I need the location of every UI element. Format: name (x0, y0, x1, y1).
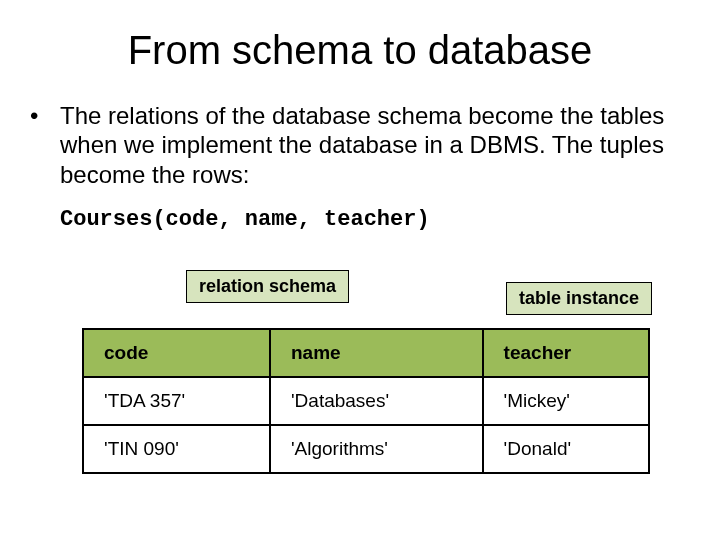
table-row: 'TDA 357' 'Databases' 'Mickey' (83, 377, 649, 425)
bullet-item: • The relations of the database schema b… (60, 101, 680, 189)
cell-name: 'Algorithms' (270, 425, 483, 473)
cell-code: 'TIN 090' (83, 425, 270, 473)
cell-teacher: 'Mickey' (483, 377, 649, 425)
col-header-teacher: teacher (483, 329, 649, 377)
table-row: 'TIN 090' 'Algorithms' 'Donald' (83, 425, 649, 473)
col-header-code: code (83, 329, 270, 377)
table-instance-label: table instance (506, 282, 652, 315)
cell-teacher: 'Donald' (483, 425, 649, 473)
body-text: • The relations of the database schema b… (60, 101, 680, 189)
cell-name: 'Databases' (270, 377, 483, 425)
bullet-text: The relations of the database schema bec… (60, 101, 680, 189)
courses-table: code name teacher 'TDA 357' 'Databases' … (82, 328, 650, 474)
page-title: From schema to database (0, 28, 720, 73)
schema-definition: Courses(code, name, teacher) (60, 207, 720, 232)
table-header-row: code name teacher (83, 329, 649, 377)
relation-schema-label: relation schema (186, 270, 349, 303)
col-header-name: name (270, 329, 483, 377)
cell-code: 'TDA 357' (83, 377, 270, 425)
